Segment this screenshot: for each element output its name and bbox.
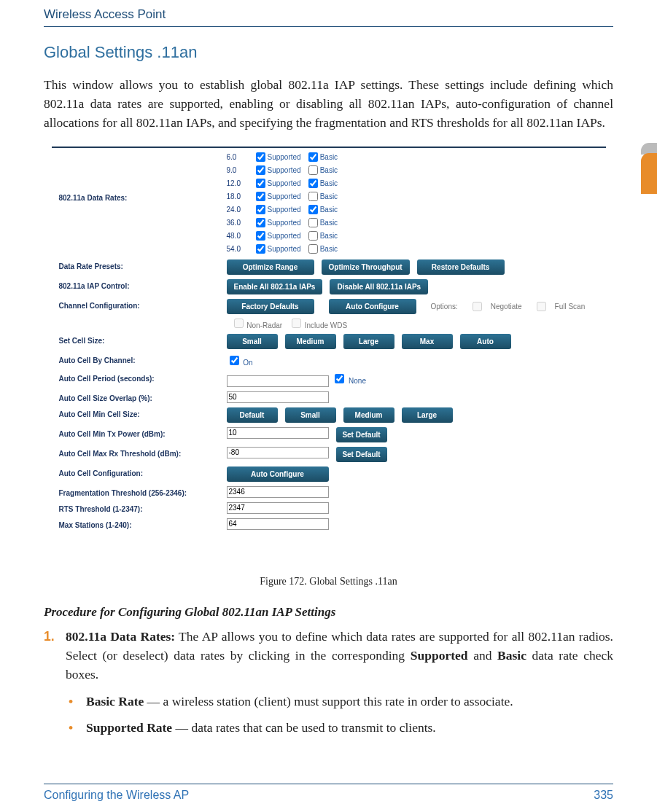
rate-basic-checkbox[interactable]: [308, 244, 318, 254]
rate-value: 24.0: [227, 206, 256, 214]
label-frag: Fragmentation Threshold (256-2346):: [52, 486, 227, 497]
rts-threshold-input[interactable]: [227, 502, 329, 514]
rate-row: 6.0SupportedBasic: [227, 150, 606, 163]
rate-supported-checkbox[interactable]: [256, 192, 265, 201]
step-1-and: and: [468, 648, 498, 663]
rate-basic-checkbox[interactable]: [308, 205, 318, 214]
rate-row: 9.0SupportedBasic: [227, 163, 606, 176]
rate-value: 18.0: [227, 192, 256, 200]
rate-supported-checkbox[interactable]: [256, 179, 265, 188]
label-auto-cell-min-cell: Auto Cell Min Cell Size:: [52, 407, 227, 418]
enable-all-iaps-button[interactable]: Enable All 802.11a IAPs: [227, 279, 323, 294]
min-tx-set-default-button[interactable]: Set Default: [336, 427, 387, 442]
min-cell-small-button[interactable]: Small: [285, 407, 336, 423]
restore-defaults-button[interactable]: Restore Defaults: [417, 259, 505, 275]
rate-row: 18.0SupportedBasic: [227, 190, 606, 203]
label-auto-cell-min-tx: Auto Cell Min Tx Power (dBm):: [52, 427, 227, 438]
rate-supported-checkbox[interactable]: [256, 165, 265, 175]
max-stations-input[interactable]: [227, 518, 329, 530]
rate-supported-checkbox[interactable]: [256, 152, 265, 162]
step-1-sub-1: • Basic Rate — a wireless station (clien…: [86, 692, 613, 711]
auto-cell-period-none-checkbox[interactable]: [335, 374, 344, 383]
step-1-number: 1.: [44, 627, 55, 646]
auto-cell-overlap-input[interactable]: [227, 391, 329, 403]
rate-supported-checkbox[interactable]: [256, 231, 265, 241]
auto-cell-on-label: On: [243, 359, 252, 367]
rate-supported-checkbox[interactable]: [256, 244, 265, 254]
figure-caption: Figure 172. Global Settings .11an: [44, 576, 613, 587]
cell-large-button[interactable]: Large: [343, 334, 394, 349]
min-cell-large-button[interactable]: Large: [402, 407, 453, 423]
footer-page-number: 335: [594, 789, 613, 802]
step-1: 1. 802.11a Data Rates: The AP allows you…: [66, 627, 613, 737]
rate-supported-label: Supported: [268, 206, 301, 214]
rate-basic-checkbox[interactable]: [308, 192, 318, 201]
footer-left: Configuring the Wireless AP: [44, 789, 189, 802]
thumb-tab-orange: [641, 153, 657, 194]
frag-threshold-input[interactable]: [227, 486, 329, 498]
rate-supported-label: Supported: [268, 179, 301, 187]
factory-defaults-button[interactable]: Factory Defaults: [227, 299, 314, 314]
auto-cell-max-rx-input[interactable]: [227, 447, 329, 458]
label-max-stations: Max Stations (1-240):: [52, 518, 227, 529]
optimize-range-button[interactable]: Optimize Range: [227, 259, 314, 275]
rate-basic-checkbox[interactable]: [308, 179, 318, 188]
basic-rate-term: Basic Rate: [86, 694, 144, 708]
page-header: Wireless Access Point: [44, 0, 613, 27]
min-cell-default-button[interactable]: Default: [227, 407, 278, 423]
label-data-rates: 802.11a Data Rates:: [52, 150, 227, 202]
rate-value: 54.0: [227, 245, 256, 253]
max-rx-set-default-button[interactable]: Set Default: [336, 447, 387, 462]
full-scan-checkbox[interactable]: [537, 302, 546, 311]
rate-basic-checkbox[interactable]: [308, 152, 318, 162]
label-presets: Data Rate Presets:: [52, 259, 227, 270]
rate-basic-checkbox[interactable]: [308, 231, 318, 241]
rate-basic-checkbox[interactable]: [308, 218, 318, 227]
cell-small-button[interactable]: Small: [227, 334, 278, 349]
include-wds-checkbox[interactable]: [292, 319, 301, 328]
negotiate-label: Negotiate: [491, 302, 522, 311]
non-radar-checkbox[interactable]: [234, 319, 244, 328]
rate-supported-checkbox[interactable]: [256, 218, 265, 227]
label-auto-cell-max-rx: Auto Cell Max Rx Threshold (dBm):: [52, 447, 227, 458]
rate-row: 48.0SupportedBasic: [227, 229, 606, 242]
disable-all-iaps-button[interactable]: Disable All 802.11a IAPs: [330, 279, 428, 294]
rate-supported-label: Supported: [268, 153, 301, 161]
page-footer: Configuring the Wireless AP 335: [44, 784, 613, 802]
rate-basic-checkbox[interactable]: [308, 165, 318, 175]
rate-value: 6.0: [227, 153, 256, 161]
rate-basic-label: Basic: [320, 232, 338, 240]
cell-auto-button[interactable]: Auto: [460, 334, 511, 349]
figure-ui-panel: 802.11a Data Rates: 6.0SupportedBasic9.0…: [44, 147, 613, 587]
auto-cell-period-input[interactable]: [227, 375, 329, 387]
rate-row: 36.0SupportedBasic: [227, 216, 606, 229]
non-radar-label: Non-Radar: [246, 321, 282, 329]
rate-basic-label: Basic: [320, 179, 338, 187]
label-cell-size: Set Cell Size:: [52, 334, 227, 345]
rate-basic-label: Basic: [320, 166, 338, 174]
rate-supported-label: Supported: [268, 245, 301, 253]
label-iap-control: 802.11a IAP Control:: [52, 279, 227, 290]
rate-supported-checkbox[interactable]: [256, 205, 265, 214]
bullet-icon: •: [69, 692, 73, 711]
cell-medium-button[interactable]: Medium: [285, 334, 336, 349]
min-cell-medium-button[interactable]: Medium: [343, 407, 394, 423]
cell-max-button[interactable]: Max: [402, 334, 453, 349]
rate-row: 54.0SupportedBasic: [227, 242, 606, 255]
negotiate-checkbox[interactable]: [473, 302, 482, 311]
section-title: Global Settings .11an: [44, 43, 613, 62]
label-auto-cell-overlap: Auto Cell Size Overlap (%):: [52, 391, 227, 402]
auto-cell-period-none-label: None: [349, 377, 366, 385]
auto-cell-by-channel-checkbox[interactable]: [230, 356, 239, 365]
procedure-heading: Procedure for Configuring Global 802.11a…: [44, 605, 613, 620]
optimize-throughput-button[interactable]: Optimize Throughput: [322, 259, 410, 275]
label-channel-config: Channel Configuration:: [52, 299, 227, 310]
supported-rate-term: Supported Rate: [86, 720, 172, 735]
include-wds-label: Include WDS: [305, 321, 347, 329]
rate-row: 24.0SupportedBasic: [227, 203, 606, 216]
auto-configure-channel-button[interactable]: Auto Configure: [329, 299, 416, 314]
step-1-strong: 802.11a Data Rates:: [66, 629, 175, 644]
auto-cell-min-tx-input[interactable]: [227, 427, 329, 439]
auto-cell-auto-configure-button[interactable]: Auto Configure: [227, 466, 329, 482]
intro-paragraph: This window allows you to establish glob…: [44, 75, 613, 133]
